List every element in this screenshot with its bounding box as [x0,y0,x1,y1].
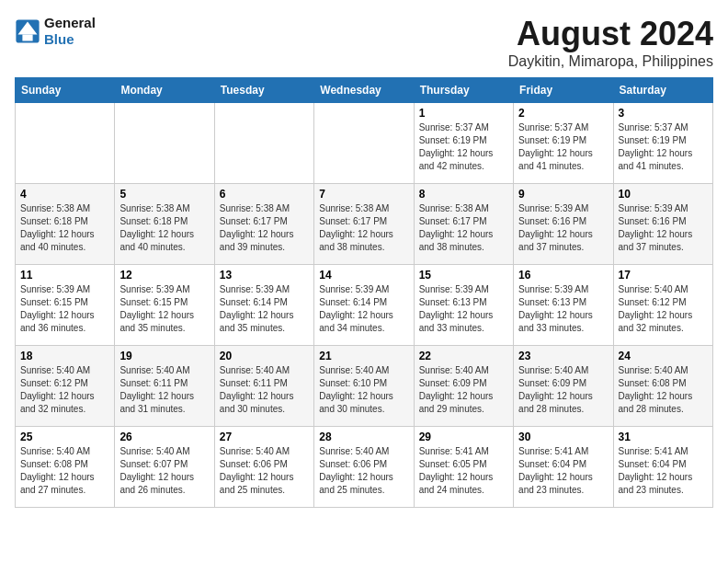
day-number: 3 [619,107,708,120]
col-wednesday: Wednesday [314,78,414,103]
week-row-1: 1Sunrise: 5:37 AMSunset: 6:19 PMDaylight… [16,103,713,184]
calendar-cell: 22Sunrise: 5:40 AMSunset: 6:09 PMDayligh… [414,346,513,427]
day-number: 28 [319,431,408,443]
cell-content: Sunrise: 5:41 AMSunset: 6:04 PMDaylight:… [619,445,708,497]
cell-content: Sunrise: 5:40 AMSunset: 6:12 PMDaylight:… [619,283,708,335]
cell-content: Sunrise: 5:38 AMSunset: 6:18 PMDaylight:… [20,202,109,254]
cell-content: Sunrise: 5:39 AMSunset: 6:16 PMDaylight:… [518,202,608,254]
subtitle: Daykitin, Mimaropa, Philippines [508,53,713,70]
cell-content: Sunrise: 5:38 AMSunset: 6:17 PMDaylight:… [319,202,408,254]
cell-content: Sunrise: 5:40 AMSunset: 6:11 PMDaylight:… [119,364,209,416]
day-number: 19 [119,350,209,362]
calendar-cell: 11Sunrise: 5:39 AMSunset: 6:15 PMDayligh… [16,265,115,346]
day-number: 4 [20,188,109,201]
calendar-cell: 26Sunrise: 5:40 AMSunset: 6:07 PMDayligh… [115,427,214,508]
day-number: 23 [518,350,608,362]
cell-content: Sunrise: 5:39 AMSunset: 6:15 PMDaylight:… [20,283,109,335]
week-row-4: 18Sunrise: 5:40 AMSunset: 6:12 PMDayligh… [16,346,713,427]
day-number: 31 [619,431,708,443]
day-number: 1 [419,107,508,120]
day-number: 2 [518,107,608,120]
day-number: 10 [619,188,708,201]
calendar-cell: 15Sunrise: 5:39 AMSunset: 6:13 PMDayligh… [414,265,513,346]
cell-content: Sunrise: 5:40 AMSunset: 6:08 PMDaylight:… [20,445,109,497]
cell-content: Sunrise: 5:38 AMSunset: 6:18 PMDaylight:… [119,202,209,254]
logo: General Blue [15,15,96,48]
cell-content: Sunrise: 5:39 AMSunset: 6:13 PMDaylight:… [419,283,508,335]
calendar-cell: 27Sunrise: 5:40 AMSunset: 6:06 PMDayligh… [214,427,313,508]
calendar-cell: 3Sunrise: 5:37 AMSunset: 6:19 PMDaylight… [613,103,712,184]
day-number: 9 [518,188,608,201]
calendar-cell: 21Sunrise: 5:40 AMSunset: 6:10 PMDayligh… [314,346,414,427]
calendar-cell: 31Sunrise: 5:41 AMSunset: 6:04 PMDayligh… [613,427,712,508]
calendar-cell: 9Sunrise: 5:39 AMSunset: 6:16 PMDaylight… [514,184,613,265]
calendar-cell: 29Sunrise: 5:41 AMSunset: 6:05 PMDayligh… [414,427,513,508]
day-number: 30 [518,431,608,443]
cell-content: Sunrise: 5:37 AMSunset: 6:19 PMDaylight:… [619,121,708,173]
day-number: 26 [119,431,209,443]
day-number: 14 [319,269,408,282]
calendar-cell: 10Sunrise: 5:39 AMSunset: 6:16 PMDayligh… [613,184,712,265]
cell-content: Sunrise: 5:37 AMSunset: 6:19 PMDaylight:… [419,121,508,173]
day-number: 29 [419,431,508,443]
col-friday: Friday [514,78,613,103]
calendar-cell: 25Sunrise: 5:40 AMSunset: 6:08 PMDayligh… [16,427,115,508]
cell-content: Sunrise: 5:39 AMSunset: 6:14 PMDaylight:… [319,283,408,335]
cell-content: Sunrise: 5:38 AMSunset: 6:17 PMDaylight:… [220,202,309,254]
calendar-cell: 28Sunrise: 5:40 AMSunset: 6:06 PMDayligh… [314,427,414,508]
cell-content: Sunrise: 5:41 AMSunset: 6:05 PMDaylight:… [419,445,508,497]
logo-icon [15,18,40,44]
svg-rect-2 [22,35,32,41]
col-tuesday: Tuesday [214,78,313,103]
col-monday: Monday [115,78,214,103]
calendar-cell: 19Sunrise: 5:40 AMSunset: 6:11 PMDayligh… [115,346,214,427]
page-header: General Blue August 2024 Daykitin, Mimar… [15,15,713,70]
calendar-cell: 18Sunrise: 5:40 AMSunset: 6:12 PMDayligh… [16,346,115,427]
cell-content: Sunrise: 5:40 AMSunset: 6:10 PMDaylight:… [319,364,408,416]
cell-content: Sunrise: 5:40 AMSunset: 6:08 PMDaylight:… [619,364,708,416]
day-number: 5 [119,188,209,201]
header-row: Sunday Monday Tuesday Wednesday Thursday… [16,78,713,103]
col-sunday: Sunday [16,78,115,103]
calendar-cell [214,103,313,184]
cell-content: Sunrise: 5:40 AMSunset: 6:09 PMDaylight:… [419,364,508,416]
day-number: 27 [220,431,309,443]
cell-content: Sunrise: 5:40 AMSunset: 6:07 PMDaylight:… [119,445,209,497]
calendar-cell: 16Sunrise: 5:39 AMSunset: 6:13 PMDayligh… [514,265,613,346]
calendar-cell: 13Sunrise: 5:39 AMSunset: 6:14 PMDayligh… [214,265,313,346]
day-number: 18 [20,350,109,362]
calendar-cell: 30Sunrise: 5:41 AMSunset: 6:04 PMDayligh… [514,427,613,508]
day-number: 22 [419,350,508,362]
calendar-cell: 6Sunrise: 5:38 AMSunset: 6:17 PMDaylight… [214,184,313,265]
logo-text: General Blue [44,15,96,48]
calendar-cell: 7Sunrise: 5:38 AMSunset: 6:17 PMDaylight… [314,184,414,265]
day-number: 11 [20,269,109,282]
calendar-cell [115,103,214,184]
day-number: 21 [319,350,408,362]
week-row-5: 25Sunrise: 5:40 AMSunset: 6:08 PMDayligh… [16,427,713,508]
cell-content: Sunrise: 5:41 AMSunset: 6:04 PMDaylight:… [518,445,608,497]
calendar-cell: 8Sunrise: 5:38 AMSunset: 6:17 PMDaylight… [414,184,513,265]
cell-content: Sunrise: 5:40 AMSunset: 6:12 PMDaylight:… [20,364,109,416]
calendar-cell: 20Sunrise: 5:40 AMSunset: 6:11 PMDayligh… [214,346,313,427]
col-saturday: Saturday [613,78,712,103]
day-number: 8 [419,188,508,201]
calendar-cell: 17Sunrise: 5:40 AMSunset: 6:12 PMDayligh… [613,265,712,346]
col-thursday: Thursday [414,78,513,103]
main-title: August 2024 [508,15,713,53]
calendar-cell [16,103,115,184]
cell-content: Sunrise: 5:37 AMSunset: 6:19 PMDaylight:… [518,121,608,173]
cell-content: Sunrise: 5:40 AMSunset: 6:06 PMDaylight:… [319,445,408,497]
calendar-cell: 1Sunrise: 5:37 AMSunset: 6:19 PMDaylight… [414,103,513,184]
day-number: 25 [20,431,109,443]
calendar-cell: 24Sunrise: 5:40 AMSunset: 6:08 PMDayligh… [613,346,712,427]
day-number: 17 [619,269,708,282]
cell-content: Sunrise: 5:40 AMSunset: 6:11 PMDaylight:… [220,364,309,416]
day-number: 24 [619,350,708,362]
cell-content: Sunrise: 5:39 AMSunset: 6:16 PMDaylight:… [619,202,708,254]
cell-content: Sunrise: 5:39 AMSunset: 6:15 PMDaylight:… [119,283,209,335]
day-number: 13 [220,269,309,282]
calendar-cell: 2Sunrise: 5:37 AMSunset: 6:19 PMDaylight… [514,103,613,184]
day-number: 12 [119,269,209,282]
day-number: 16 [518,269,608,282]
